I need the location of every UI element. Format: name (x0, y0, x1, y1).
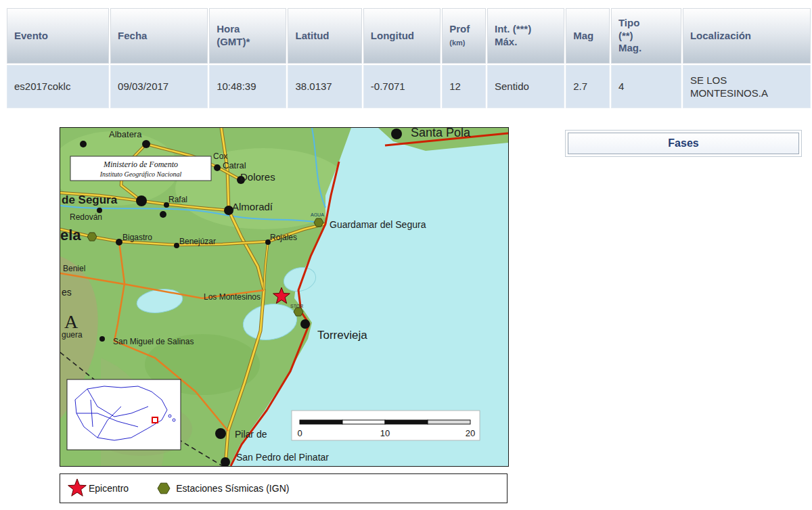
cell-latitud: 38.0137 (288, 65, 361, 108)
label-torrevieja: Torrevieja (317, 329, 367, 342)
col-header-mag: Mag (566, 8, 610, 64)
credit-line2: Instituto Geográfico Nacional (99, 170, 182, 178)
label-san-miguel: San Miguel de Salinas (113, 337, 194, 346)
cell-mag: 2.7 (566, 65, 610, 108)
station-legend-icon (156, 480, 172, 496)
col-header-latitud: Latitud (288, 8, 361, 64)
label-beniel: Beniel (63, 264, 85, 273)
label-redovan: Redován (70, 212, 102, 222)
epicenter-legend-icon (66, 477, 89, 500)
label-es: es (62, 287, 72, 298)
cell-fecha: 09/03/2017 (110, 65, 208, 108)
label-cox: Cox (213, 152, 227, 161)
col-header-longitud: Longitud (363, 8, 441, 64)
fases-button[interactable]: Fases (568, 133, 799, 154)
label-san-pedro: San Pedro del Pinatar (236, 452, 329, 463)
scale-label-0: 0 (297, 428, 302, 438)
map-canvas: Albatera Santa Pola Cox Catral Dolores d… (60, 128, 508, 466)
credit-box: Ministerio de Fomento Instituto Geográfi… (70, 156, 211, 181)
col-header-tipo-mag: Tipo(**)Mag. (611, 8, 681, 64)
col-header-intensidad: Int. (***)Máx. (487, 8, 564, 64)
cell-intensidad: Sentido (487, 65, 564, 108)
col-header-evento: Evento (7, 8, 109, 64)
label-guera: guera (62, 330, 83, 340)
cell-longitud: -0.7071 (363, 65, 441, 108)
header-row: Evento Fecha Hora(GMT)* Latitud Longitud… (7, 8, 811, 64)
scale-bar: 0 10 20 (292, 411, 480, 440)
fases-label: Fases (668, 137, 698, 149)
map-legend: Epicentro Estaciones Sísmicas (IGN) (60, 473, 508, 503)
scale-label-20: 20 (466, 428, 475, 438)
event-row: es2017coklc 09/03/2017 10:48:39 38.0137 … (7, 65, 811, 108)
label-station-agua: AGUA (311, 212, 324, 217)
label-dolores: Dolores (240, 171, 275, 183)
scale-label-10: 10 (380, 428, 390, 438)
col-header-fecha: Fecha (110, 8, 208, 64)
col-header-localizacion: Localización (683, 8, 811, 64)
cell-localizacion: SE LOS MONTESINOS.A (683, 65, 811, 108)
legend-epicenter-label: Epicentro (89, 483, 129, 494)
col-header-hora: Hora(GMT)* (209, 8, 286, 64)
label-station-stor: STOR (290, 304, 303, 308)
cell-evento: es2017coklc (7, 65, 109, 108)
label-catral: Catral (223, 160, 246, 170)
label-benejuzar: Benejúzar (179, 237, 216, 246)
station-marker-agua (314, 218, 323, 227)
inset-map (67, 379, 181, 450)
label-bigastro: Bigastro (122, 233, 152, 242)
label-de-segura: de Segura (62, 193, 118, 206)
cell-tipo-mag: 4 (611, 65, 681, 108)
event-table: Evento Fecha Hora(GMT)* Latitud Longitud… (5, 7, 812, 110)
station-marker-vwa (87, 233, 97, 241)
epicenter-map: Albatera Santa Pola Cox Catral Dolores d… (60, 127, 509, 467)
label-rojales: Rojales (270, 233, 297, 242)
credit-line1: Ministerio de Fomento (103, 160, 178, 169)
label-guardamar: Guardamar del Segura (330, 219, 426, 230)
label-ela: ela (60, 227, 81, 244)
cell-prof: 12 (442, 65, 486, 108)
label-pilar: Pilar de (235, 429, 267, 440)
legend-stations-label: Estaciones Sísmicas (IGN) (176, 483, 289, 494)
fases-panel: Fases (565, 130, 802, 157)
label-a: A (64, 311, 78, 332)
label-albatera: Albatera (109, 129, 142, 139)
cell-hora: 10:48:39 (209, 65, 286, 108)
col-header-prof: Prof(km) (442, 8, 486, 64)
station-marker-stor (294, 308, 303, 316)
label-almoradi: Almoradí (232, 201, 273, 212)
label-rafal: Rafal (168, 195, 187, 204)
label-los-montesinos: Los Montesinos (204, 292, 261, 302)
label-santa-pola: Santa Pola (411, 128, 471, 139)
